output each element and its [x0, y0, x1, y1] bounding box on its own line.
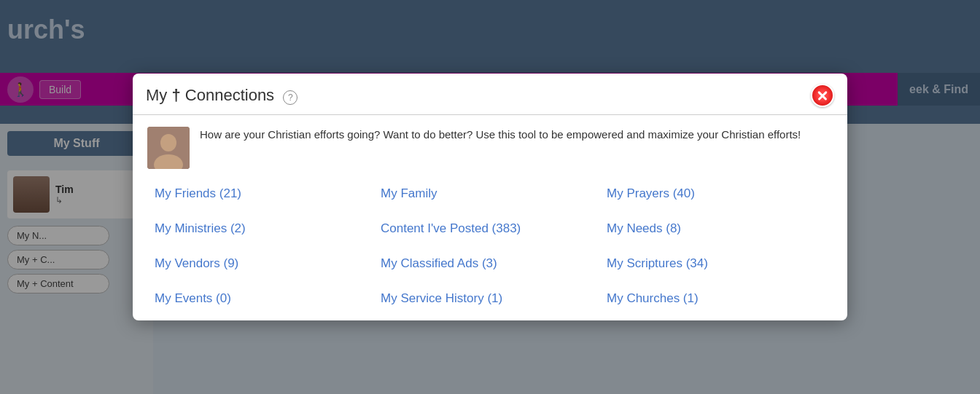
modal-intro: How are your Christian efforts going? Wa… [147, 127, 833, 169]
modal-header: My † Connections ? [133, 74, 847, 115]
modal-title-prefix: My [146, 86, 171, 104]
modal-link-my-events[interactable]: My Events (0) [155, 291, 373, 306]
modal-link-my-scriptures[interactable]: My Scriptures (34) [607, 256, 825, 271]
modal-avatar [147, 127, 190, 169]
modal-body: How are your Christian efforts going? Wa… [133, 115, 847, 320]
help-icon[interactable]: ? [283, 90, 298, 105]
modal-link-my-friends[interactable]: My Friends (21) [155, 186, 373, 201]
modal-title: My † Connections ? [146, 86, 298, 105]
modal-link-my-classified-ads[interactable]: My Classified Ads (3) [381, 256, 599, 271]
modal-title-suffix: Connections [181, 86, 274, 104]
modal-link-my-prayers[interactable]: My Prayers (40) [607, 186, 825, 201]
modal-link-my-service-history[interactable]: My Service History (1) [381, 291, 599, 306]
modal-link-my-vendors[interactable]: My Vendors (9) [155, 256, 373, 271]
modal-link-my-churches[interactable]: My Churches (1) [607, 291, 825, 306]
close-button[interactable] [811, 84, 834, 107]
modal-links-grid: My Friends (21)My FamilyMy Prayers (40)M… [147, 186, 833, 306]
modal-link-my-needs[interactable]: My Needs (8) [607, 221, 825, 236]
modal-title-cross: † [171, 86, 180, 104]
modal-link-content-posted[interactable]: Content I've Posted (383) [381, 221, 599, 236]
svg-point-1 [160, 134, 176, 151]
connections-modal: My † Connections ? How are your Christia… [133, 74, 847, 320]
modal-overlay: My † Connections ? How are your Christia… [0, 0, 980, 394]
modal-intro-text: How are your Christian efforts going? Wa… [200, 127, 801, 143]
modal-link-my-family[interactable]: My Family [381, 186, 599, 201]
modal-link-my-ministries[interactable]: My Ministries (2) [155, 221, 373, 236]
